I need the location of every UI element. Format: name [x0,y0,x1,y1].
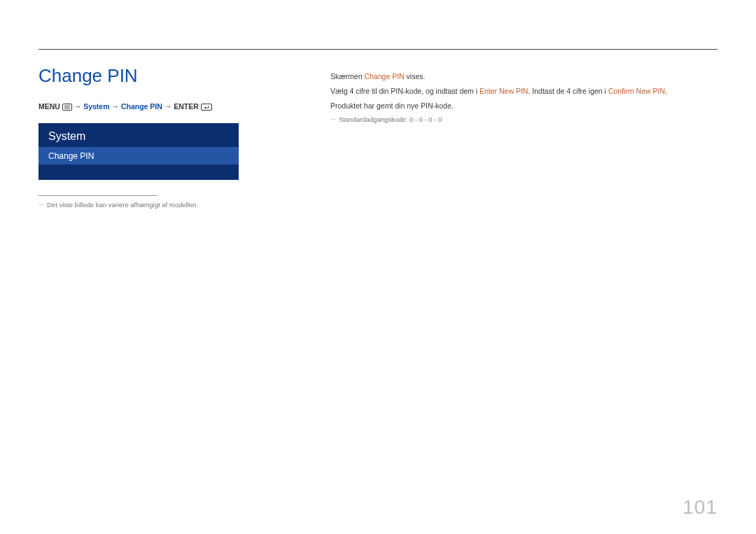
desc-line-1: Skærmen Change PIN vises. [330,71,718,83]
footnote-separator [38,195,158,196]
desc-line-3: Produktet har gemt din nye PIN-kode. [330,100,718,112]
left-column: Change PIN MENU → System → Change PIN → … [38,65,301,209]
svg-rect-4 [201,104,211,111]
top-rule [38,49,718,50]
right-column: Skærmen Change PIN vises. Vælg 4 cifre t… [330,65,718,125]
panel-header-system: System [38,123,239,147]
menu-panel: System Change PIN [38,123,239,180]
panel-item-change-pin[interactable]: Change PIN [38,147,239,164]
menu-icon [62,104,72,111]
left-footnote: ―Det viste billede kan variere afhængigt… [38,200,301,209]
breadcrumb-enter: ENTER [174,102,199,111]
content-columns: Change PIN MENU → System → Change PIN → … [38,65,718,209]
breadcrumb-system: System [83,102,109,111]
panel-footer [38,164,239,180]
breadcrumb: MENU → System → Change PIN → ENTER [38,102,301,111]
page-number: 101 [682,496,718,519]
right-footnote: ―Standardadgangskode: 0 - 0 - 0 - 0 [330,114,718,125]
breadcrumb-menu: MENU [38,102,60,111]
breadcrumb-change-pin: Change PIN [121,102,162,111]
enter-icon [201,104,212,111]
page-title: Change PIN [38,65,301,87]
desc-line-2: Vælg 4 cifre til din PIN-kode, og indtas… [330,85,718,97]
